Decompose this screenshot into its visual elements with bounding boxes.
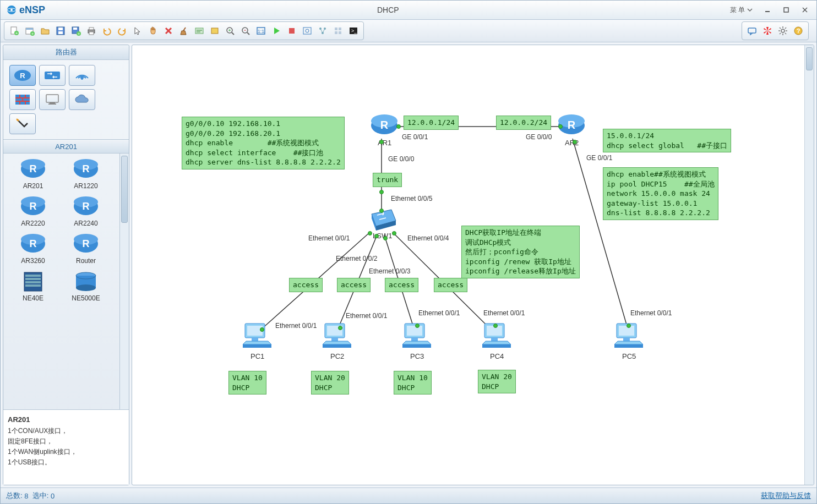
model-AR201[interactable]: RAR201: [7, 157, 59, 190]
annotation-note[interactable]: VLAN 20 DHCP: [311, 371, 349, 395]
device-LSW1[interactable]: [367, 207, 400, 234]
zoom-fit-icon: 1:1: [256, 26, 266, 36]
svg-line-46: [320, 29, 323, 33]
model-label: AR3260: [7, 257, 59, 265]
canvas-scroll-thumb[interactable]: [806, 47, 813, 70]
port-label: GE 0/0/1: [402, 133, 428, 141]
link-icon: [13, 117, 32, 131]
annotation-note[interactable]: access: [337, 278, 371, 292]
device-PC2[interactable]: [319, 320, 355, 353]
minimize-icon: [764, 7, 771, 13]
svg-point-71: [81, 78, 83, 80]
device-PC1[interactable]: [239, 320, 275, 353]
print-icon: [86, 26, 96, 36]
minimize-button[interactable]: [759, 3, 776, 17]
zoom-out-button[interactable]: [238, 24, 253, 38]
cloud-icon: [73, 92, 91, 107]
annotation-note[interactable]: access: [434, 278, 467, 292]
grid-button[interactable]: [331, 24, 345, 38]
zoom-in-button[interactable]: [223, 24, 237, 38]
model-AR2240[interactable]: RAR2240: [59, 194, 112, 227]
help-button[interactable]: ?: [791, 24, 805, 38]
model-Router[interactable]: RRouter: [59, 232, 112, 265]
open-button[interactable]: [38, 24, 52, 38]
folder-open-icon: [40, 26, 50, 36]
port-label: Ethernet 0/0/1: [630, 309, 672, 317]
annotation-note[interactable]: dhcp enable##系统视图模式 ip pool DHCP15 ##全局池…: [603, 167, 718, 220]
svg-text:1:1: 1:1: [258, 29, 265, 34]
category-cloud[interactable]: [69, 89, 95, 110]
svg-text:R: R: [20, 72, 25, 80]
category-wlan[interactable]: [69, 65, 95, 86]
sidebar-scrollbar[interactable]: [119, 154, 129, 409]
svg-rect-30: [211, 28, 218, 34]
port-label: Ethernet 0/0/1: [308, 234, 350, 242]
annotation-note[interactable]: access: [385, 278, 418, 292]
text-button[interactable]: [192, 24, 206, 38]
cli-button[interactable]: >_: [346, 24, 361, 38]
svg-text:R: R: [83, 163, 90, 174]
annotation-note[interactable]: trunk: [373, 173, 402, 187]
save-button[interactable]: [53, 24, 68, 38]
category-pc[interactable]: [39, 89, 66, 110]
svg-rect-129: [252, 338, 258, 341]
annotation-note[interactable]: DHCP获取IP地址在终端 调试DHCp模式 然后打；pconfig命令 ipc…: [461, 226, 580, 278]
shape-button[interactable]: [208, 24, 222, 38]
category-switch[interactable]: [39, 65, 66, 86]
category-router[interactable]: R: [9, 65, 36, 86]
close-button[interactable]: [797, 3, 813, 17]
port-label: Ethernet 0/0/1: [418, 309, 460, 317]
print-button[interactable]: [84, 24, 99, 38]
svg-line-47: [323, 29, 325, 33]
canvas-scrollbar[interactable]: [804, 45, 814, 485]
port-dot: [368, 231, 372, 235]
svg-rect-82: [48, 103, 56, 105]
annotation-note[interactable]: g0/0/0.10 192.168.10.1 g0/0/0.20 192.168…: [182, 117, 345, 169]
zoom-fit-button[interactable]: 1:1: [254, 24, 268, 38]
model-NE5000E[interactable]: NE5000E: [59, 269, 112, 302]
annotation-note[interactable]: VLAN 10 DHCP: [228, 371, 266, 395]
undo-button[interactable]: [100, 24, 114, 38]
annotation-note[interactable]: VLAN 10 DHCP: [394, 371, 432, 395]
sidebar-scroll-thumb[interactable]: [121, 156, 128, 223]
delete-button[interactable]: [161, 24, 176, 38]
model-icon: R: [72, 194, 100, 218]
annotation-note[interactable]: 12.0.0.2/24: [496, 116, 551, 130]
model-AR1220[interactable]: RAR1220: [59, 157, 112, 190]
maximize-button[interactable]: [778, 3, 794, 17]
topology-button[interactable]: [315, 24, 330, 38]
new-topo-button[interactable]: +: [7, 24, 21, 38]
model-NE40E[interactable]: NE40E: [7, 269, 59, 302]
svg-rect-22: [89, 28, 94, 30]
start-button[interactable]: [269, 24, 284, 38]
model-AR2220[interactable]: RAR2220: [7, 194, 59, 227]
text-icon: [194, 26, 204, 36]
svg-rect-27: [195, 28, 203, 34]
menu-button[interactable]: 菜 单: [726, 6, 757, 15]
annotation-note[interactable]: VLAN 20 DHCP: [478, 370, 516, 393]
stop-button[interactable]: [285, 24, 299, 38]
maximize-icon: [783, 7, 789, 13]
category-firewall[interactable]: [9, 89, 36, 110]
logo-icon: [6, 4, 17, 15]
model-AR3260[interactable]: RAR3260: [7, 232, 59, 265]
save-as-button[interactable]: +: [69, 24, 83, 38]
capture-button[interactable]: [300, 24, 314, 38]
huawei-button[interactable]: [760, 24, 775, 38]
canvas[interactable]: RAR1GE 0/0/1GE 0/0/0RAR2GE 0/0/0GE 0/0/1…: [132, 45, 814, 485]
annotation-note[interactable]: access: [289, 278, 323, 292]
port-label: Ethernet 0/0/4: [407, 234, 449, 242]
message-button[interactable]: [745, 24, 759, 38]
pan-tool-button[interactable]: [146, 24, 160, 38]
help-link[interactable]: 获取帮助与反馈: [761, 491, 811, 501]
svg-text:+: +: [78, 31, 80, 36]
annotation-note[interactable]: 12.0.0.1/24: [404, 116, 459, 130]
category-link[interactable]: [9, 113, 36, 134]
annotation-note[interactable]: 15.0.0.1/24 dhcp select global ##子接口: [603, 129, 731, 152]
broom-button[interactable]: [177, 24, 191, 38]
select-tool-button[interactable]: [130, 24, 145, 38]
device-AR1[interactable]: R: [369, 111, 400, 139]
settings-button[interactable]: [776, 24, 790, 38]
redo-button[interactable]: [115, 24, 129, 38]
new-project-button[interactable]: +: [23, 24, 37, 38]
